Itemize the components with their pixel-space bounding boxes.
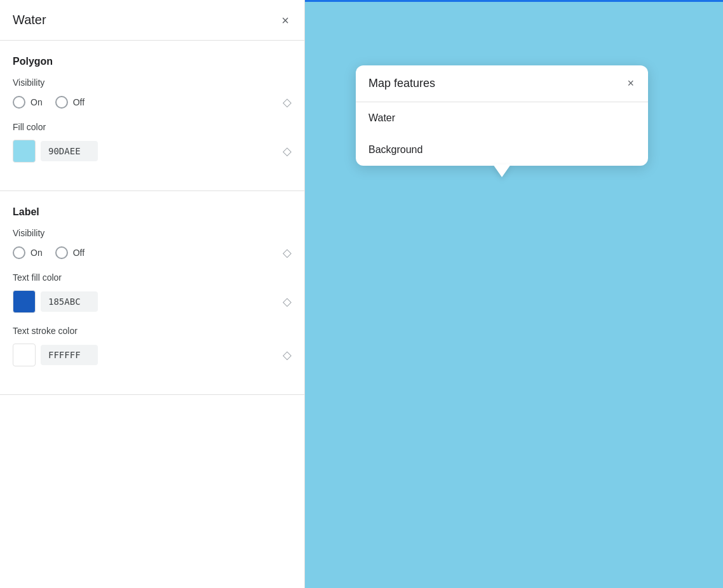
label-visibility-on[interactable]: On [13, 246, 43, 259]
label-visibility-options: On Off [13, 246, 84, 259]
label-text-fill-color-label: Text fill color [13, 272, 292, 283]
label-text-fill-color-swatch[interactable] [13, 290, 36, 313]
polygon-fill-color-diamond-icon[interactable]: ◇ [283, 144, 292, 158]
polygon-visibility-options: On Off [13, 96, 84, 109]
label-section: Label Visibility On Off ◇ Text fill colo… [0, 191, 304, 395]
polygon-on-label: On [30, 97, 43, 107]
polygon-fill-color-swatch[interactable] [13, 140, 36, 163]
label-text-fill-diamond-icon[interactable]: ◇ [283, 295, 292, 309]
map-panel: Map features × Water Background [305, 0, 723, 588]
polygon-off-radio[interactable] [55, 96, 68, 109]
popup-title: Map features [368, 77, 435, 90]
panel-close-button[interactable]: × [279, 11, 292, 29]
label-text-stroke-color-group: FFFFFF [13, 344, 98, 366]
label-on-label: On [30, 248, 43, 258]
polygon-visibility-row: On Off ◇ [13, 95, 292, 109]
left-panel: Water × Polygon Visibility On Off ◇ [0, 0, 305, 588]
panel-title: Water [13, 13, 46, 27]
label-text-stroke-diamond-icon[interactable]: ◇ [283, 348, 292, 362]
polygon-visibility-diamond-icon[interactable]: ◇ [283, 95, 292, 109]
popup-close-button[interactable]: × [626, 76, 635, 91]
polygon-fill-color-label: Fill color [13, 122, 292, 132]
panel-content: Polygon Visibility On Off ◇ Fill color [0, 41, 304, 588]
label-visibility-label: Visibility [13, 228, 292, 238]
polygon-section-title: Polygon [13, 56, 292, 67]
label-section-title: Label [13, 206, 292, 218]
label-off-radio[interactable] [55, 246, 68, 259]
label-text-stroke-color-label: Text stroke color [13, 326, 292, 336]
polygon-fill-color-row: 90DAEE ◇ [13, 140, 292, 163]
polygon-visibility-on[interactable]: On [13, 96, 43, 109]
polygon-fill-color-group: 90DAEE [13, 140, 98, 163]
polygon-visibility-off[interactable]: Off [55, 96, 84, 109]
label-off-label: Off [73, 248, 84, 258]
popup-header: Map features × [356, 65, 648, 102]
label-text-fill-color-group: 185ABC [13, 290, 98, 313]
label-text-stroke-color-value[interactable]: FFFFFF [41, 345, 98, 365]
label-visibility-off[interactable]: Off [55, 246, 84, 259]
label-visibility-row: On Off ◇ [13, 246, 292, 260]
polygon-fill-color-value[interactable]: 90DAEE [41, 141, 98, 161]
polygon-section: Polygon Visibility On Off ◇ Fill color [0, 41, 304, 191]
label-text-stroke-color-row: FFFFFF ◇ [13, 344, 292, 366]
label-text-stroke-color-swatch[interactable] [13, 344, 36, 366]
polygon-visibility-label: Visibility [13, 77, 292, 88]
label-on-radio[interactable] [13, 246, 25, 259]
label-text-fill-color-value[interactable]: 185ABC [41, 291, 98, 312]
polygon-off-label: Off [73, 97, 84, 107]
label-text-fill-color-row: 185ABC ◇ [13, 290, 292, 313]
panel-header: Water × [0, 0, 304, 41]
polygon-on-radio[interactable] [13, 96, 25, 109]
map-features-popup: Map features × Water Background [356, 65, 648, 166]
map-feature-water[interactable]: Water [356, 102, 648, 134]
map-feature-background[interactable]: Background [356, 134, 648, 166]
label-visibility-diamond-icon[interactable]: ◇ [283, 246, 292, 260]
